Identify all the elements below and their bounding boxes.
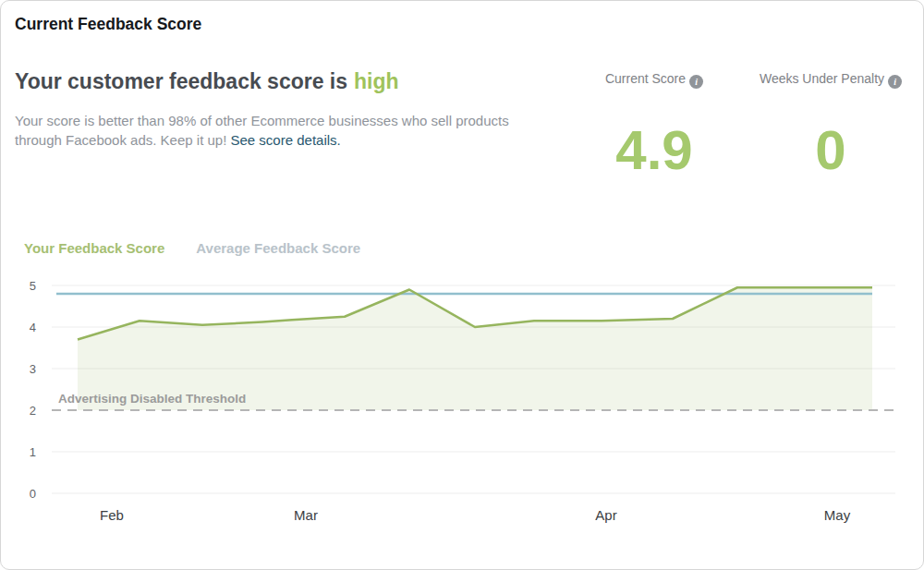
feedback-chart: 543210Advertising Disabled ThresholdFebM… <box>1 264 924 551</box>
x-tick-label: May <box>824 507 851 523</box>
weeks-under-penalty-value: 0 <box>757 122 905 179</box>
y-tick-label: 1 <box>30 445 36 459</box>
chart-legend: Your Feedback Score Average Feedback Sco… <box>24 240 360 256</box>
current-score-label-row: Current Scorei <box>580 70 728 122</box>
y-tick-label: 2 <box>30 404 36 418</box>
x-tick-label: Apr <box>595 507 616 523</box>
x-tick-label: Mar <box>294 507 318 523</box>
feedback-score-panel: { "title": "Current Feedback Score", "he… <box>0 0 924 570</box>
see-score-details-link[interactable]: See score details. <box>231 132 341 148</box>
y-tick-label: 0 <box>30 487 36 501</box>
y-tick-label: 5 <box>30 279 36 293</box>
weeks-under-penalty-label: Weeks Under Penalty <box>760 71 884 86</box>
legend-item-average-feedback-score[interactable]: Average Feedback Score <box>196 240 360 256</box>
current-score-stat: Current Scorei 4.9 <box>580 70 728 179</box>
y-tick-label: 3 <box>30 362 36 376</box>
weeks-under-penalty-label-row: Weeks Under Penaltyi <box>757 70 905 122</box>
threshold-label: Advertising Disabled Threshold <box>58 392 246 406</box>
current-score-label: Current Score <box>605 71 686 86</box>
score-heading-text: Your customer feedback score is <box>15 69 347 93</box>
legend-item-your-feedback-score[interactable]: Your Feedback Score <box>24 240 164 256</box>
y-tick-label: 4 <box>30 321 36 334</box>
info-icon[interactable]: i <box>689 75 703 89</box>
score-heading: Your customer feedback score ishigh <box>15 69 399 94</box>
weeks-under-penalty-stat: Weeks Under Penaltyi 0 <box>757 70 905 179</box>
page-title: Current Feedback Score <box>15 15 201 34</box>
x-tick-label: Feb <box>100 507 124 523</box>
current-score-value: 4.9 <box>580 122 728 179</box>
info-icon[interactable]: i <box>888 75 902 89</box>
score-description: Your score is better than 98% of other E… <box>15 111 543 150</box>
score-heading-highlight: high <box>354 69 399 93</box>
